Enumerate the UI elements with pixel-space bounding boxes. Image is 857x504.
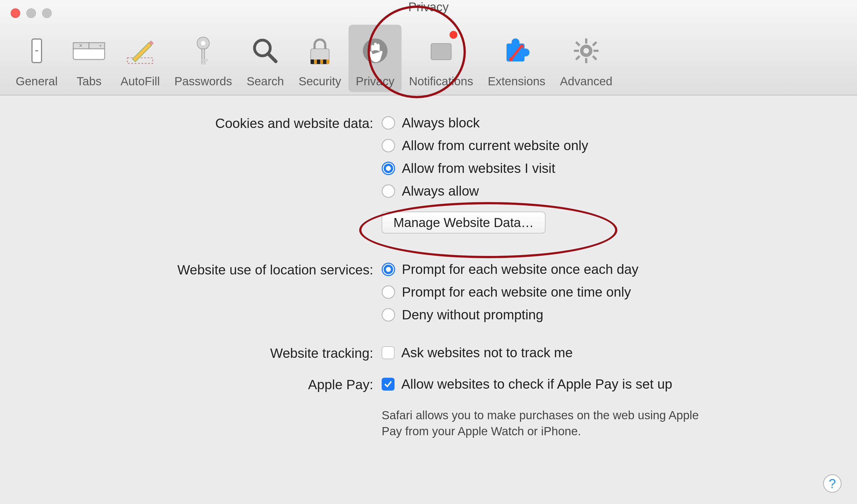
puzzle-icon (500, 29, 534, 72)
svg-rect-21 (323, 60, 326, 64)
window-titlebar: Privacy General ✕+ Tabs AutoFill Passwor… (0, 0, 857, 96)
radio-icon (382, 285, 395, 299)
svg-rect-2 (73, 48, 105, 60)
tab-passwords[interactable]: Passwords (167, 25, 239, 92)
svg-rect-20 (317, 60, 320, 64)
option-text: Deny without prompting (402, 307, 543, 322)
cookies-option-always-allow[interactable]: Always allow (382, 183, 840, 199)
svg-point-26 (511, 38, 519, 46)
search-icon (248, 29, 282, 72)
tab-tabs[interactable]: ✕+ Tabs (65, 25, 113, 92)
svg-rect-23 (431, 44, 451, 60)
svg-marker-8 (132, 43, 152, 62)
svg-rect-32 (585, 58, 587, 63)
svg-rect-36 (592, 55, 597, 60)
tab-label: Security (299, 74, 341, 88)
svg-rect-14 (202, 62, 206, 65)
tab-general[interactable]: General (9, 25, 65, 92)
cookies-option-websites-i-visit[interactable]: Allow from websites I visit (382, 161, 840, 176)
radio-icon (382, 184, 395, 198)
tab-autofill[interactable]: AutoFill (113, 25, 167, 92)
radio-icon (382, 162, 395, 175)
tracking-do-not-track-checkbox[interactable]: Ask websites not to track me (382, 345, 840, 360)
svg-point-11 (201, 41, 205, 46)
location-option-prompt-daily[interactable]: Prompt for each website once each day (382, 262, 840, 277)
tracking-label: Website tracking: (17, 345, 382, 361)
svg-line-16 (268, 54, 276, 62)
cookies-option-current-website[interactable]: Allow from current website only (382, 138, 840, 153)
tab-notifications[interactable]: Notifications (402, 25, 481, 92)
svg-point-28 (509, 57, 513, 61)
help-button[interactable]: ? (823, 474, 842, 493)
radio-icon (382, 308, 395, 322)
notifications-icon (424, 29, 458, 72)
radio-icon (382, 263, 395, 276)
svg-rect-31 (585, 38, 587, 44)
pencil-icon (123, 29, 157, 72)
tab-advanced[interactable]: Advanced (553, 25, 620, 92)
location-label: Website use of location services: (17, 262, 382, 278)
tab-extensions[interactable]: Extensions (481, 25, 553, 92)
applepay-note: Safari allows you to make purchases on t… (382, 407, 704, 439)
tab-label: AutoFill (120, 74, 160, 88)
tab-label: Privacy (356, 74, 394, 88)
window-title: Privacy (408, 0, 449, 14)
svg-rect-35 (575, 41, 580, 46)
tab-label: General (16, 74, 57, 88)
hand-stop-icon (358, 29, 392, 72)
radio-icon (382, 139, 395, 152)
svg-point-25 (522, 49, 530, 56)
help-icon: ? (829, 476, 836, 491)
tab-privacy[interactable]: Privacy (349, 25, 402, 92)
svg-rect-12 (202, 49, 205, 64)
location-option-prompt-once[interactable]: Prompt for each website one time only (382, 284, 840, 300)
svg-rect-13 (202, 59, 208, 61)
option-text: Ask websites not to track me (401, 345, 573, 360)
option-text: Allow websites to check if Apple Pay is … (401, 376, 672, 392)
preferences-toolbar: General ✕+ Tabs AutoFill Passwords Searc… (0, 4, 857, 95)
tab-label: Passwords (174, 74, 232, 88)
tabs-icon: ✕+ (72, 29, 106, 72)
option-text: Allow from current website only (402, 138, 588, 153)
tab-label: Notifications (409, 74, 473, 88)
checkbox-icon (382, 378, 394, 391)
cookies-option-always-block[interactable]: Always block (382, 115, 840, 131)
svg-rect-7 (128, 58, 153, 63)
notification-badge (450, 31, 457, 39)
applepay-label: Apple Pay: (17, 376, 382, 392)
svg-text:✕: ✕ (79, 43, 83, 48)
svg-rect-37 (592, 41, 597, 46)
option-text: Always allow (402, 183, 479, 199)
svg-rect-19 (310, 60, 314, 64)
key-icon (186, 29, 220, 72)
tab-search[interactable]: Search (239, 25, 291, 92)
traffic-lights (11, 9, 52, 18)
checkbox-icon (382, 346, 394, 359)
radio-icon (382, 116, 395, 130)
svg-rect-38 (575, 55, 580, 60)
cookies-label: Cookies and website data: (17, 115, 382, 131)
location-option-deny[interactable]: Deny without prompting (382, 307, 840, 322)
svg-rect-33 (574, 50, 579, 52)
maximize-button[interactable] (42, 9, 52, 18)
svg-rect-34 (593, 50, 599, 52)
gear-icon (569, 29, 603, 72)
manage-website-data-button[interactable]: Manage Website Data… (382, 212, 545, 234)
svg-point-39 (583, 48, 589, 54)
tab-label: Tabs (77, 74, 102, 88)
tab-security[interactable]: Security (291, 25, 349, 92)
general-icon (20, 29, 54, 72)
option-text: Prompt for each website once each day (402, 262, 638, 277)
tab-label: Extensions (488, 74, 545, 88)
lock-icon (303, 29, 337, 72)
option-text: Prompt for each website one time only (402, 284, 631, 300)
minimize-button[interactable] (27, 9, 36, 18)
applepay-allow-checkbox[interactable]: Allow websites to check if Apple Pay is … (382, 376, 840, 392)
svg-rect-4 (89, 43, 105, 49)
tab-label: Advanced (560, 74, 612, 88)
option-text: Always block (402, 115, 480, 131)
tab-label: Search (247, 74, 284, 88)
close-button[interactable] (11, 9, 20, 18)
option-text: Allow from websites I visit (402, 161, 555, 176)
svg-text:+: + (99, 43, 102, 48)
